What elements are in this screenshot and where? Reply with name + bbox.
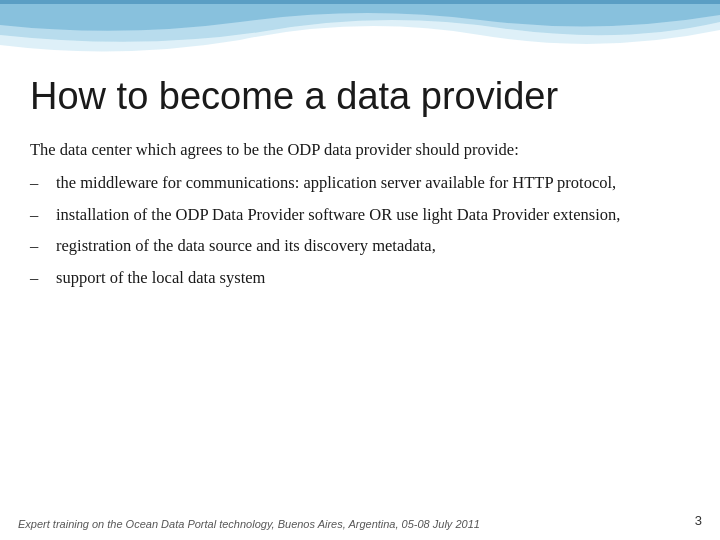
main-content: How to become a data provider The data c… (30, 75, 700, 500)
bullet-dash-2: – (30, 202, 52, 228)
bullet-list: – the middleware for communications: app… (30, 170, 700, 290)
list-item: – support of the local data system (30, 265, 700, 291)
svg-rect-0 (0, 0, 720, 4)
list-item: – installation of the ODP Data Provider … (30, 202, 700, 228)
bullet-dash-4: – (30, 265, 52, 291)
bullet-dash-3: – (30, 233, 52, 259)
slide: How to become a data provider The data c… (0, 0, 720, 540)
intro-paragraph: The data center which agrees to be the O… (30, 137, 700, 163)
slide-title: How to become a data provider (30, 75, 700, 119)
bullet-dash-1: – (30, 170, 52, 196)
footer-text: Expert training on the Ocean Data Portal… (18, 518, 680, 530)
bullet-text-1: the middleware for communications: appli… (56, 170, 700, 196)
bullet-text-2: installation of the ODP Data Provider so… (56, 202, 700, 228)
list-item: – registration of the data source and it… (30, 233, 700, 259)
wave-header (0, 0, 720, 70)
bullet-text-3: registration of the data source and its … (56, 233, 700, 259)
list-item: – the middleware for communications: app… (30, 170, 700, 196)
bullet-text-4: support of the local data system (56, 265, 700, 291)
page-number: 3 (695, 513, 702, 528)
